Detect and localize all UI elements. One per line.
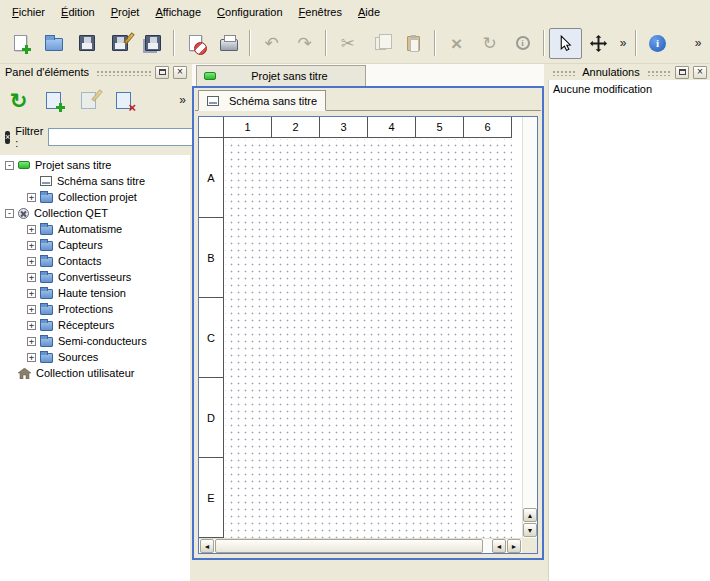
menu-edition[interactable]: Édition	[53, 2, 103, 22]
pencil-icon	[91, 89, 102, 102]
tree-item-capteurs[interactable]: + Capteurs	[0, 237, 190, 253]
reload-collections-button[interactable]	[4, 86, 33, 115]
menu-projet[interactable]: Projet	[103, 2, 148, 22]
redo-button[interactable]	[288, 28, 321, 59]
cursor-arrow-icon	[557, 35, 574, 52]
expand-icon[interactable]: +	[27, 257, 36, 266]
folder-icon	[40, 225, 53, 235]
undo-list[interactable]: Aucune modification	[548, 80, 710, 581]
float-panel-button[interactable]	[155, 66, 169, 79]
expand-icon[interactable]: +	[27, 305, 36, 314]
dock-grip[interactable]	[551, 69, 576, 76]
tree-item-contacts[interactable]: + Contacts	[0, 253, 190, 269]
hscroll-thumb[interactable]	[215, 539, 483, 553]
close-panel-button[interactable]	[173, 66, 187, 79]
scissors-icon	[340, 35, 354, 52]
scroll-down-button[interactable]	[523, 523, 537, 537]
schema-tab[interactable]: Schéma sans titre	[198, 90, 326, 111]
menu-aide[interactable]: Aide	[350, 2, 388, 22]
expand-icon[interactable]: +	[27, 193, 36, 202]
print-button[interactable]	[212, 28, 245, 59]
cut-button[interactable]	[331, 28, 364, 59]
close-file-button[interactable]	[179, 28, 212, 59]
collapse-icon[interactable]: -	[5, 161, 14, 170]
horizontal-scrollbar[interactable]	[199, 538, 522, 553]
expand-icon[interactable]: +	[27, 353, 36, 362]
new-element-button[interactable]	[39, 86, 68, 115]
expand-icon[interactable]: +	[27, 273, 36, 282]
scroll-left-button[interactable]	[200, 539, 214, 553]
collapse-icon[interactable]: -	[5, 209, 14, 218]
menu-configuration[interactable]: Configuration	[209, 2, 290, 22]
menu-affichage[interactable]: Affichage	[147, 2, 209, 22]
tree-item-schema[interactable]: Schéma sans titre	[0, 173, 190, 189]
tree-item-automatisme[interactable]: + Automatisme	[0, 221, 190, 237]
column-headers: 1 2 3 4 5 6	[224, 117, 512, 138]
project-icon	[204, 72, 216, 80]
toolbar-extension-button[interactable]	[615, 28, 631, 59]
delete-element-button[interactable]	[109, 86, 138, 115]
scroll-up-button[interactable]	[523, 508, 537, 522]
element-info-button[interactable]	[506, 28, 539, 59]
project-tab-bar: Projet sans titre	[192, 64, 544, 86]
elements-panel-header: Panel d'éléments	[0, 64, 190, 80]
tree-item-haute-tension[interactable]: + Haute tension	[0, 285, 190, 301]
dock-grip[interactable]	[646, 69, 671, 76]
vertical-scrollbar[interactable]	[522, 117, 537, 538]
copy-button[interactable]	[364, 28, 397, 59]
toolbar-extension-button-2[interactable]	[690, 28, 706, 59]
select-mode-button[interactable]	[549, 28, 582, 59]
project-tab[interactable]: Projet sans titre	[196, 65, 366, 86]
tree-item-collection-utilisateur[interactable]: Collection utilisateur	[0, 365, 190, 381]
qet-collection-icon	[18, 208, 29, 219]
rotate-button[interactable]	[473, 28, 506, 59]
menu-fichier[interactable]: Fichier	[4, 2, 53, 22]
scroll-left-button-2[interactable]	[492, 539, 506, 553]
open-folder-icon	[45, 38, 63, 51]
tree-item-collection-qet[interactable]: - Collection QET	[0, 205, 190, 221]
undo-button[interactable]	[255, 28, 288, 59]
paste-button[interactable]	[397, 28, 430, 59]
save-all-button[interactable]	[136, 28, 169, 59]
clear-filter-button[interactable]	[5, 131, 10, 144]
tree-item-semi-conducteurs[interactable]: + Semi-conducteurs	[0, 333, 190, 349]
tree-item-protections[interactable]: + Protections	[0, 301, 190, 317]
expand-icon[interactable]: +	[27, 241, 36, 250]
filter-input[interactable]	[48, 128, 198, 146]
row-header-A: A	[199, 138, 224, 218]
tree-item-collection-projet[interactable]: + Collection projet	[0, 189, 190, 205]
folder-icon	[40, 289, 53, 299]
expand-icon[interactable]: +	[27, 321, 36, 330]
menu-fenetres[interactable]: Fenêtres	[291, 2, 350, 22]
expand-icon[interactable]: +	[27, 225, 36, 234]
panel-extension-button[interactable]	[179, 94, 186, 106]
tree-item-convertisseurs[interactable]: + Convertisseurs	[0, 269, 190, 285]
tree-item-projet[interactable]: - Projet sans titre	[0, 157, 190, 173]
schema-view[interactable]: 1 2 3 4 5 6 A B C D E	[198, 116, 538, 554]
save-button[interactable]	[70, 28, 103, 59]
save-as-button[interactable]	[103, 28, 136, 59]
folder-icon	[40, 193, 53, 203]
scroll-right-button[interactable]	[507, 539, 521, 553]
tree-item-recepteurs[interactable]: + Récepteurs	[0, 317, 190, 333]
diagram-grid[interactable]	[225, 139, 512, 538]
about-qet-button[interactable]	[641, 28, 674, 59]
dock-grip[interactable]	[95, 69, 151, 76]
edit-element-button[interactable]	[74, 86, 103, 115]
close-icon	[697, 67, 703, 77]
move-mode-button[interactable]	[582, 28, 615, 59]
expand-icon[interactable]: +	[27, 337, 36, 346]
tree-item-sources[interactable]: + Sources	[0, 349, 190, 365]
close-panel-button[interactable]	[693, 66, 707, 79]
collections-tree[interactable]: - Projet sans titre Schéma sans titre + …	[0, 155, 190, 581]
expand-icon[interactable]: +	[27, 289, 36, 298]
tree-item-label: Convertisseurs	[58, 271, 131, 283]
floppy-disk-icon	[79, 35, 95, 51]
float-panel-button[interactable]	[675, 66, 689, 79]
printer-icon	[220, 39, 238, 51]
row-headers: A B C D E	[199, 138, 224, 538]
open-project-button[interactable]	[37, 28, 70, 59]
tree-item-label: Collection utilisateur	[36, 367, 134, 379]
new-document-button[interactable]	[4, 28, 37, 59]
delete-button[interactable]	[440, 28, 473, 59]
